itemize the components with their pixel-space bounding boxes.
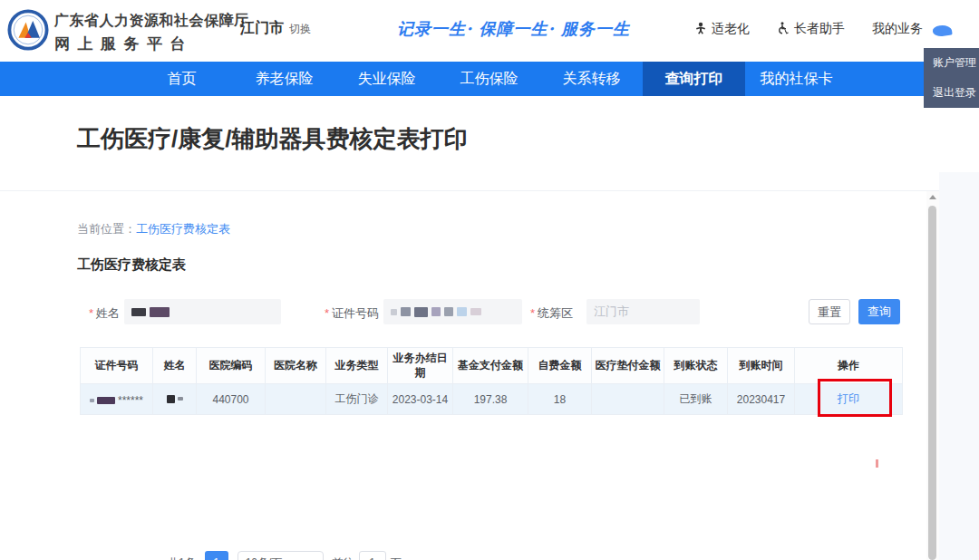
region-label-text: 统筹区 — [538, 306, 573, 320]
redacted-name-block — [131, 308, 146, 316]
site-slogan: 记录一生· 保障一生· 服务一生 — [397, 18, 669, 40]
org-title-line1: 广东省人力资源和社会保障厅 — [54, 12, 249, 31]
col-arrival-time: 到账时间 — [728, 348, 795, 384]
masked-id-text: ****** — [118, 394, 143, 407]
redacted-cell-block — [97, 397, 115, 404]
page-size-select[interactable]: 10条/页 ▼ — [237, 551, 324, 560]
redacted-id-block — [457, 307, 467, 316]
cell-finish-date: 2023-03-14 — [388, 384, 453, 415]
required-mark: * — [89, 306, 93, 320]
region-label: *统筹区 — [530, 305, 573, 322]
col-arrival-status: 到账状态 — [664, 348, 728, 384]
redacted-name-block — [150, 307, 170, 317]
section-title: 工伤医疗费核定表 — [77, 256, 186, 274]
scrollbar[interactable] — [926, 191, 939, 560]
col-self-amount: 自费金额 — [528, 348, 592, 384]
nav-item-unemployment[interactable]: 失业保险 — [335, 62, 438, 96]
query-form: *姓名 *证件号码 *统筹区 江门市 重置 查询 — [0, 299, 939, 326]
redacted-id-block — [444, 307, 453, 316]
region-input[interactable]: 江门市 — [586, 299, 700, 324]
redacted-cell-block — [178, 397, 183, 401]
elder-mode-link[interactable]: 适老化 — [694, 21, 750, 37]
nav-item-social-card[interactable]: 我的社保卡 — [745, 62, 848, 96]
name-input[interactable] — [124, 299, 281, 324]
page-unit-label: 页 — [391, 551, 402, 560]
redacted-id-block — [431, 307, 441, 316]
col-advance-amount: 医疗垫付金额 — [592, 348, 664, 384]
id-label: *证件号码 — [325, 305, 379, 322]
app-header: 广东省人力资源和社会保障厅 网上服务平台 江门市切换 记录一生· 保障一生· 服… — [0, 0, 979, 62]
highlight-annotation-box — [818, 379, 892, 417]
account-manage-item[interactable]: 账户管理 — [924, 48, 979, 78]
table-row: ****** 440700 工伤门诊 2023-03-14 197.38 18 … — [81, 384, 903, 415]
user-avatar-icon[interactable] — [932, 24, 952, 38]
pagination: 共1条 1 10条/页 ▼ 前往 1 页 — [168, 551, 402, 560]
result-table: 证件号码 姓名 医院编码 医院名称 业务类型 业务办结日期 基金支付金额 自费金… — [80, 347, 902, 415]
col-hospital-code: 医院编码 — [197, 348, 266, 384]
id-input[interactable] — [383, 299, 522, 324]
breadcrumb-current-link[interactable]: 工伤医疗费核定表 — [136, 222, 230, 236]
col-business-type: 业务类型 — [326, 348, 388, 384]
col-name: 姓名 — [153, 348, 197, 384]
goto-page-input[interactable]: 1 — [359, 551, 386, 560]
cell-id: ****** — [81, 384, 153, 415]
cell-hospital-name — [266, 384, 326, 415]
scrollbar-thumb[interactable] — [928, 206, 936, 560]
required-mark: * — [530, 306, 535, 320]
pagination-total: 共1条 — [168, 551, 196, 560]
goto-label: 前往 — [333, 551, 354, 560]
col-id: 证件号码 — [81, 348, 153, 384]
cell-arrival-time: 20230417 — [728, 384, 795, 415]
my-business-label: 我的业务 — [872, 21, 923, 37]
col-fund-amount: 基金支付金额 — [453, 348, 528, 384]
red-cursor-artifact — [876, 459, 878, 468]
switch-city-link[interactable]: 切换 — [289, 23, 311, 35]
reset-button[interactable]: 重置 — [809, 299, 850, 324]
chevron-down-icon: ▼ — [307, 552, 315, 560]
org-logo-icon — [7, 9, 49, 54]
my-business-link[interactable]: 我的业务 — [872, 21, 923, 37]
redacted-id-block — [414, 307, 428, 317]
nav-item-query-print[interactable]: 查询打印 — [643, 62, 745, 96]
nav-item-home[interactable]: 首页 — [131, 62, 233, 96]
elder-person-icon — [694, 22, 707, 37]
redacted-id-block — [391, 309, 397, 315]
redacted-id-block — [470, 308, 481, 315]
current-city: 江门市 — [240, 20, 284, 35]
query-button[interactable]: 查询 — [858, 299, 900, 324]
cell-name — [153, 384, 197, 415]
logout-item[interactable]: 退出登录 — [924, 78, 979, 108]
redacted-cell-block — [90, 399, 94, 402]
cell-business-type: 工伤门诊 — [326, 384, 388, 415]
cell-hospital-code: 440700 — [197, 384, 266, 415]
elder-helper-label: 长者助手 — [794, 21, 845, 37]
wheelchair-icon — [777, 22, 790, 37]
elder-helper-link[interactable]: 长者助手 — [777, 21, 845, 37]
org-title-line2: 网上服务平台 — [54, 34, 249, 54]
app-window: 广东省人力资源和社会保障厅 网上服务平台 江门市切换 记录一生· 保障一生· 服… — [0, 0, 979, 560]
header-links: 适老化 长者助手 我的业务 — [694, 21, 923, 37]
page-title: 工伤医疗/康复/辅助器具费核定表打印 — [77, 123, 467, 155]
cell-self-amount: 18 — [528, 384, 592, 415]
city-selector: 江门市切换 — [240, 19, 311, 38]
main-nav: 首页 养老保险 失业保险 工伤保险 关系转移 查询打印 我的社保卡 — [0, 62, 979, 96]
table-header-row: 证件号码 姓名 医院编码 医院名称 业务类型 业务办结日期 基金支付金额 自费金… — [81, 348, 903, 384]
required-mark: * — [325, 306, 329, 320]
redacted-id-block — [401, 307, 411, 316]
region-value: 江门市 — [594, 304, 629, 320]
col-finish-date: 业务办结日期 — [388, 348, 453, 384]
nav-item-transfer[interactable]: 关系转移 — [540, 62, 643, 96]
name-label-text: 姓名 — [96, 306, 120, 320]
breadcrumb: 当前位置：工伤医疗费核定表 — [77, 221, 230, 237]
redacted-cell-block — [167, 395, 175, 403]
nav-item-injury[interactable]: 工伤保险 — [438, 62, 540, 96]
cell-advance-amount — [592, 384, 664, 415]
nav-item-pension[interactable]: 养老保险 — [233, 62, 335, 96]
scrollbar-up-arrow-icon[interactable] — [929, 195, 936, 199]
org-title: 广东省人力资源和社会保障厅 网上服务平台 — [54, 12, 249, 54]
page-size-value: 10条/页 — [246, 552, 283, 560]
pagination-page-1[interactable]: 1 — [205, 551, 228, 560]
col-hospital-name: 医院名称 — [266, 348, 326, 384]
elder-mode-label: 适老化 — [712, 21, 750, 37]
account-menu: 账户管理 退出登录 — [924, 48, 979, 108]
